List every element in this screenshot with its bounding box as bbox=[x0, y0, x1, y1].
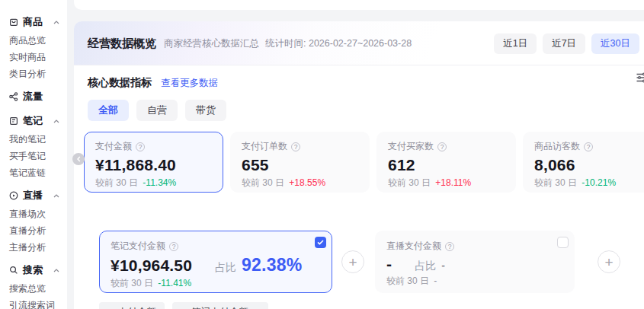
sidebar-group-label: 直播 bbox=[23, 189, 43, 202]
sidebar-group-label: 搜索 bbox=[23, 263, 43, 277]
breakdown-value: ¥10,964.50 bbox=[111, 256, 192, 275]
sidebar-group-search-header[interactable]: 搜索 bbox=[0, 260, 67, 280]
sidebar-group-goods: 商品 商品总览 实时商品 类目分析 bbox=[0, 12, 67, 82]
checkbox-unchecked[interactable] bbox=[557, 237, 569, 248]
legend-pill-payment-amount[interactable]: 支付金额 bbox=[99, 302, 165, 309]
sidebar-item-note-links[interactable]: 笔记蓝链 bbox=[0, 164, 67, 181]
sidebar-group-label: 笔记 bbox=[23, 114, 43, 128]
metric-label: 支付订单数 bbox=[242, 140, 287, 153]
section-title: 核心数据指标 bbox=[88, 76, 152, 90]
sidebar-group-traffic: 流量 bbox=[0, 87, 67, 107]
metric-list-settings-icon[interactable] bbox=[636, 72, 644, 84]
range-7d-button[interactable]: 近7日 bbox=[543, 33, 585, 54]
sidebar-group-traffic-header[interactable]: 流量 bbox=[0, 87, 67, 107]
metric-label: 支付金额 bbox=[95, 140, 132, 153]
metric-card-paying-buyers[interactable]: 支付买家数 ? 612 较前 30 日 +18.11% bbox=[376, 132, 516, 193]
search-icon bbox=[8, 265, 19, 276]
legend-label: 笔记支付金额 bbox=[191, 306, 248, 309]
sidebar-group-notes-header[interactable]: 笔记 bbox=[0, 111, 67, 131]
chevron-up-icon bbox=[53, 119, 59, 123]
range-30d-button[interactable]: 近30日 bbox=[591, 33, 639, 54]
delta-value: -11.41% bbox=[158, 278, 191, 288]
metric-value: ¥11,868.40 bbox=[95, 156, 212, 174]
sidebar-item-category-analysis[interactable]: 类目分析 bbox=[0, 65, 67, 82]
delta-value: -11.34% bbox=[143, 177, 176, 188]
help-icon[interactable]: ? bbox=[291, 142, 300, 151]
metric-card-paid-orders[interactable]: 支付订单数 ? 655 较前 30 日 +18.55% bbox=[230, 132, 370, 193]
breakdown-card-note-payment[interactable]: 笔记支付金额 ? ¥10,964.50 占比 92.38% 较前 30 日 -1… bbox=[99, 231, 332, 293]
live-icon bbox=[8, 190, 19, 201]
sidebar-item-host-analysis[interactable]: 主播分析 bbox=[0, 239, 67, 256]
delta-label: 较前 30 日 bbox=[534, 177, 577, 188]
notes-icon bbox=[8, 116, 19, 126]
chevron-up-icon bbox=[53, 21, 59, 24]
previous-panel-edge bbox=[74, 0, 644, 10]
metric-value: 655 bbox=[242, 156, 358, 174]
share-value: 92.38% bbox=[242, 255, 302, 276]
sidebar-item-live-analysis[interactable]: 直播分析 bbox=[0, 222, 67, 239]
breakdown-label: 直播支付金额 bbox=[386, 240, 441, 253]
tab-affiliate[interactable]: 带货 bbox=[185, 100, 226, 121]
help-icon[interactable]: ? bbox=[584, 142, 593, 151]
delta-label: 较前 30 日 bbox=[388, 177, 431, 188]
view-more-link[interactable]: 查看更多数据 bbox=[161, 77, 218, 90]
delta-label: 较前 30 日 bbox=[242, 177, 284, 188]
help-icon[interactable]: ? bbox=[445, 242, 454, 251]
delta-label: 较前 30 日 bbox=[95, 177, 138, 188]
cards-scroll-prev-button[interactable] bbox=[72, 153, 85, 165]
sidebar-group-notes: 笔记 我的笔记 买手笔记 笔记蓝链 bbox=[0, 111, 67, 181]
help-icon[interactable]: ? bbox=[437, 142, 447, 151]
page-title: 经营数据概览 bbox=[88, 37, 156, 51]
chevron-up-icon bbox=[53, 269, 59, 272]
share-label: 占比 bbox=[215, 261, 236, 275]
breakdown-value: - bbox=[386, 255, 392, 273]
panel-header: 经营数据概览 商家经营核心数据汇总 统计时间: 2026-02-27~2026-… bbox=[74, 21, 644, 65]
sidebar-item-realtime-goods[interactable]: 实时商品 bbox=[0, 49, 67, 65]
tab-all[interactable]: 全部 bbox=[88, 100, 129, 121]
metric-card-product-visitors[interactable]: 商品访客数 ? 8,066 较前 30 日 -10.21% bbox=[523, 132, 644, 193]
sidebar-group-goods-header[interactable]: 商品 bbox=[0, 12, 67, 32]
sidebar-item-goods-overview[interactable]: 商品总览 bbox=[0, 32, 67, 49]
goods-icon bbox=[8, 17, 19, 27]
scope-tabs: 全部 自营 带货 bbox=[74, 90, 644, 121]
metric-value: 612 bbox=[388, 156, 505, 174]
help-icon[interactable]: ? bbox=[169, 242, 178, 251]
chart-legend: 支付金额 笔记支付金额 ✕ bbox=[99, 302, 644, 309]
legend-label: 支付金额 bbox=[118, 306, 156, 309]
sidebar-group-label: 流量 bbox=[23, 90, 43, 104]
delta-value: +18.55% bbox=[289, 177, 325, 188]
stat-time-range: 统计时间: 2026-02-27~2026-03-28 bbox=[265, 37, 412, 50]
sidebar-item-live-sessions[interactable]: 直播场次 bbox=[0, 205, 67, 222]
page-subtitle: 商家经营核心数据汇总 bbox=[164, 37, 259, 50]
checkbox-checked[interactable] bbox=[315, 237, 326, 248]
delta-value: -10.21% bbox=[582, 177, 616, 188]
breakdown-label: 笔记支付金额 bbox=[111, 240, 165, 253]
breakdown-cards-row: 笔记支付金额 ? ¥10,964.50 占比 92.38% 较前 30 日 -1… bbox=[99, 231, 644, 293]
sidebar-group-label: 商品 bbox=[23, 15, 43, 29]
metric-value: 8,066 bbox=[534, 156, 644, 174]
legend-pill-note-payment-amount[interactable]: 笔记支付金额 ✕ bbox=[172, 302, 268, 309]
chevron-up-icon bbox=[53, 194, 59, 198]
breakdown-card-live-payment[interactable]: 直播支付金额 ? - 占比 - 较前 30 日 - bbox=[375, 231, 575, 293]
help-icon[interactable]: ? bbox=[136, 142, 145, 151]
metric-card-payment-amount[interactable]: 支付金额 ? ¥11,868.40 较前 30 日 -11.34% bbox=[84, 132, 223, 193]
delta-value: +18.11% bbox=[435, 177, 471, 188]
sidebar-item-search-keywords[interactable]: 引流搜索词 bbox=[0, 297, 67, 309]
delta-value: - bbox=[434, 276, 437, 286]
sidebar-item-buyer-notes[interactable]: 买手笔记 bbox=[0, 148, 67, 164]
add-metric-button[interactable]: + bbox=[598, 250, 620, 273]
range-1d-button[interactable]: 近1日 bbox=[494, 33, 537, 54]
share-label: 占比 bbox=[415, 260, 436, 273]
metric-label: 支付买家数 bbox=[388, 140, 434, 153]
section-header: 核心数据指标 查看更多数据 bbox=[74, 65, 644, 90]
sidebar-item-my-notes[interactable]: 我的笔记 bbox=[0, 131, 67, 148]
sidebar-group-search: 搜索 搜索总览 引流搜索词 bbox=[0, 260, 67, 309]
sidebar-item-search-overview[interactable]: 搜索总览 bbox=[0, 280, 67, 297]
add-metric-button[interactable]: + bbox=[341, 250, 364, 273]
overview-panel: 经营数据概览 商家经营核心数据汇总 统计时间: 2026-02-27~2026-… bbox=[74, 21, 644, 309]
traffic-icon bbox=[8, 91, 19, 102]
merchant-analytics-dashboard: { "sidebar": { "groups": [ { "label": "商… bbox=[0, 0, 644, 309]
metric-cards-row: 支付金额 ? ¥11,868.40 较前 30 日 -11.34% 支付订单数 … bbox=[84, 132, 644, 193]
tab-self-operated[interactable]: 自营 bbox=[136, 100, 178, 121]
sidebar-group-live-header[interactable]: 直播 bbox=[0, 186, 67, 205]
